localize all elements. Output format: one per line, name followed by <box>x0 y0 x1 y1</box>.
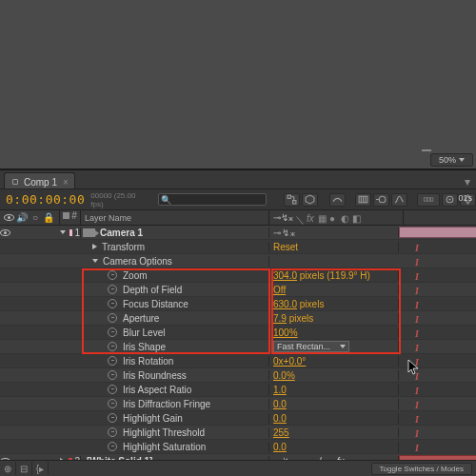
motion-blur-button[interactable] <box>373 193 389 207</box>
property-value[interactable]: 0.0% <box>273 370 295 381</box>
property-value[interactable]: 100% <box>273 327 298 338</box>
twirl-down-icon[interactable] <box>60 230 66 234</box>
shy-button[interactable] <box>329 193 346 207</box>
stopwatch-icon[interactable] <box>108 270 117 280</box>
panel-menu-icon[interactable]: ▾ <box>459 175 476 188</box>
expression-indicator-icon: I <box>415 314 419 325</box>
auto-keyframe-button[interactable] <box>442 193 458 207</box>
stopwatch-icon[interactable] <box>108 342 117 351</box>
zoom-dropdown[interactable]: 50% <box>430 153 473 167</box>
brainstorm-button[interactable] <box>417 193 440 207</box>
frame-blend-button[interactable] <box>355 193 371 207</box>
lock-column-icon[interactable]: 🔒 <box>43 212 54 224</box>
stopwatch-icon[interactable] <box>108 370 117 380</box>
property-group-row[interactable]: Camera Options I <box>0 254 476 268</box>
layer-switches[interactable]: ⊸↯⁎ <box>273 228 296 238</box>
render-queue-button[interactable]: ⊟ <box>16 462 32 475</box>
property-value[interactable]: 0.0 <box>273 442 287 452</box>
property-value[interactable]: 7.9 <box>273 313 287 324</box>
twirl-down-icon[interactable] <box>92 259 98 263</box>
draft3d-button[interactable] <box>302 193 318 207</box>
audio-column-icon[interactable]: 🔊 <box>16 212 28 224</box>
timeline-header: 0:00:00:00 00000 (25.00 fps) 🔍 01s <box>0 189 476 210</box>
svg-point-6 <box>379 196 386 203</box>
property-name: Blur Level <box>123 327 165 338</box>
current-timecode[interactable]: 0:00:00:00 <box>0 192 85 207</box>
property-value[interactable]: Off <box>273 285 286 295</box>
property-row[interactable]: Iris ShapeFast Rectan...I <box>0 340 476 354</box>
bracket-button[interactable]: {▸ <box>32 462 49 475</box>
toggle-switches-modes-button[interactable]: Toggle Switches / Modes <box>371 463 473 475</box>
property-row[interactable]: Focus Distance630.0 pixelsI <box>0 297 476 311</box>
fps-label: 00000 (25.00 fps) <box>85 191 149 208</box>
canvas-corner <box>422 149 431 151</box>
property-value[interactable]: 0.0 <box>273 413 287 424</box>
expression-indicator-icon: I <box>415 300 419 310</box>
property-value[interactable]: 630.0 <box>273 299 297 309</box>
stopwatch-icon[interactable] <box>108 285 117 294</box>
property-name: Highlight Saturation <box>123 442 206 452</box>
iris-shape-dropdown[interactable]: Fast Rectan... <box>273 341 349 352</box>
property-row[interactable]: Iris Roundness0.0%I <box>0 368 476 383</box>
stopwatch-icon[interactable] <box>108 327 117 337</box>
property-name: Aperture <box>123 313 159 324</box>
property-row[interactable]: Highlight Threshold255I <box>0 426 476 440</box>
property-name: Focus Distance <box>123 299 188 309</box>
stopwatch-icon[interactable] <box>108 385 117 394</box>
expression-indicator-icon: I <box>415 271 419 282</box>
video-column-icon[interactable] <box>3 212 14 224</box>
property-row[interactable]: Highlight Gain0.0I <box>0 411 476 426</box>
layer-bar[interactable] <box>399 227 476 238</box>
camera-icon <box>83 228 95 237</box>
property-group-row[interactable]: Transform Reset I <box>0 240 476 254</box>
stopwatch-icon[interactable] <box>108 313 117 323</box>
label-swatch[interactable] <box>69 229 72 236</box>
property-row[interactable]: Zoom304.0 pixels (119.9° H)I <box>0 268 476 283</box>
layer-row[interactable]: 1 Camera 1 ⊸↯⁎ <box>0 226 476 240</box>
property-value[interactable]: 255 <box>273 427 289 438</box>
property-row[interactable]: Blur Level100%I <box>0 326 476 340</box>
graph-editor-button[interactable] <box>391 193 407 207</box>
stopwatch-icon[interactable] <box>108 442 117 451</box>
expression-indicator-icon: I <box>415 371 419 382</box>
property-row[interactable]: Highlight Saturation0.0I <box>0 440 476 454</box>
property-name: Iris Aspect Ratio <box>123 385 191 395</box>
expression-indicator-icon: I <box>415 414 419 425</box>
property-name: Highlight Gain <box>123 413 183 424</box>
property-row[interactable]: Iris Aspect Ratio1.0I <box>0 383 476 397</box>
property-value[interactable]: 0.0 <box>273 399 287 409</box>
search-box[interactable]: 🔍 <box>158 193 267 206</box>
layer-name-column-label[interactable]: Layer Name <box>81 210 269 225</box>
twirl-right-icon[interactable] <box>92 244 97 249</box>
property-name: Iris Roundness <box>123 370 187 381</box>
stopwatch-icon[interactable] <box>108 356 117 366</box>
property-value[interactable]: 0x+0.0° <box>273 356 306 367</box>
column-headers: 🔊 ○ 🔒 # Layer Name ⊸↯⁎ ＼ fx ▦ ● ◐ ◧ <box>0 210 476 226</box>
stopwatch-icon[interactable] <box>108 299 117 308</box>
expression-indicator-icon: I <box>415 286 419 296</box>
property-row[interactable]: Iris Diffraction Fringe0.0I <box>0 397 476 411</box>
property-name: Zoom <box>123 270 148 281</box>
solo-column-icon[interactable]: ○ <box>30 212 41 224</box>
reset-link[interactable]: Reset <box>269 242 399 252</box>
comp-tab[interactable]: Comp 1 × <box>4 172 75 188</box>
stopwatch-icon[interactable] <box>108 413 117 423</box>
expression-indicator-icon: I <box>415 443 419 453</box>
comp-flowchart-button[interactable] <box>284 193 300 207</box>
timeline-footer: ⊕ ⊟ {▸ Toggle Switches / Modes <box>0 460 476 476</box>
property-row[interactable]: Iris Rotation0x+0.0°I <box>0 354 476 368</box>
expression-indicator-icon: I <box>415 400 419 410</box>
expression-indicator-icon: I <box>415 243 419 253</box>
property-row[interactable]: Aperture7.9 pixelsI <box>0 311 476 326</box>
property-value[interactable]: 304.0 <box>273 270 297 281</box>
property-row[interactable]: Depth of FieldOffI <box>0 283 476 297</box>
group-label: Transform <box>102 242 145 252</box>
stopwatch-icon[interactable] <box>108 399 117 408</box>
eye-icon[interactable] <box>0 229 10 236</box>
comp-marker-button[interactable]: ⊕ <box>0 462 16 475</box>
close-icon[interactable]: × <box>63 177 69 188</box>
index-column-label: # <box>71 210 77 221</box>
switches-column: ⊸↯⁎ ＼ fx ▦ ● ◐ ◧ <box>269 210 404 225</box>
property-value[interactable]: 1.0 <box>273 385 287 395</box>
stopwatch-icon[interactable] <box>108 427 117 437</box>
